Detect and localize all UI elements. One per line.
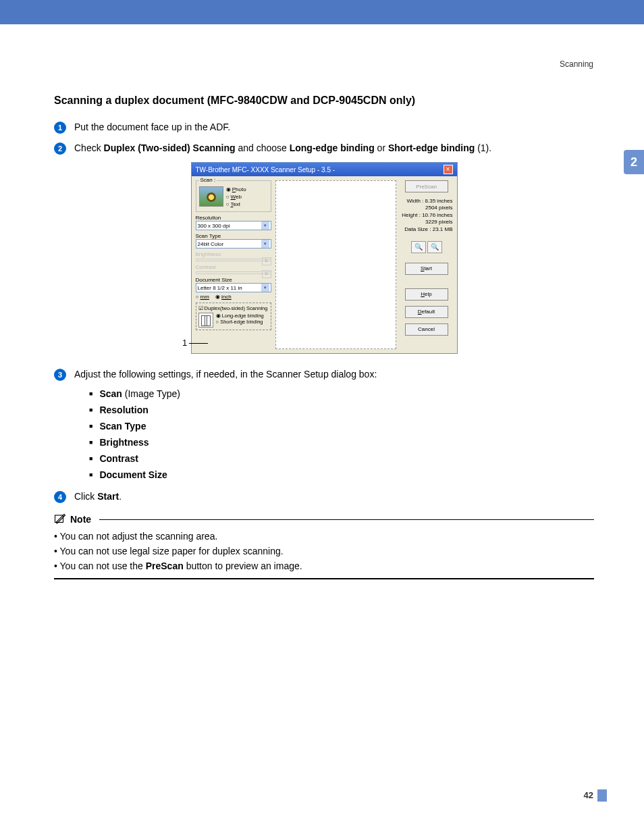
brightness-label: Brightness xyxy=(196,251,271,257)
bold: Start xyxy=(97,491,119,502)
short-edge-radio[interactable]: ○ Short-edge binding xyxy=(216,319,264,325)
text: Check xyxy=(74,142,104,153)
note-pencil-icon xyxy=(54,513,66,525)
page-number: 42 xyxy=(584,790,593,800)
close-icon[interactable]: × xyxy=(444,165,453,174)
step-1: 1 Put the document face up in the ADF. xyxy=(54,120,594,134)
step-badge: 4 xyxy=(54,491,66,503)
list-item: Resolution xyxy=(89,405,594,415)
list-item: Document Size xyxy=(89,469,594,480)
default-button[interactable]: DefaultDefault xyxy=(405,306,448,318)
step-2-text: Check Duplex (Two-sided) Scanning and ch… xyxy=(74,141,491,155)
step-2: 2 Check Duplex (Two-sided) Scanning and … xyxy=(54,141,594,155)
step-badge: 1 xyxy=(54,122,66,134)
list-item: Scan (Image Type) xyxy=(89,388,594,399)
step-4: 4 Click Start. xyxy=(54,490,594,504)
contrast-label: Contrast xyxy=(196,264,271,270)
list-item: Contrast xyxy=(89,453,594,464)
cancel-button[interactable]: Cancel xyxy=(405,323,448,336)
note-rule xyxy=(99,519,594,520)
docsize-combo[interactable]: Letter 8 1/2 x 11 in▾ xyxy=(196,283,271,292)
note-item: • You can not use legal size paper for d… xyxy=(54,546,594,556)
step-badge: 3 xyxy=(54,369,66,381)
duplex-checkbox[interactable]: ☑ Duplex(two-sided) Scanning xyxy=(198,305,268,311)
note-bottom-rule xyxy=(54,578,594,579)
note-block: Note • You can not adjust the scanning a… xyxy=(54,513,594,579)
unit-inch-radio[interactable]: ◉ inch xyxy=(215,294,232,300)
scantype-combo[interactable]: 24bit Color▾ xyxy=(196,239,271,249)
preview-area xyxy=(275,180,396,349)
start-button[interactable]: StartStart xyxy=(405,263,448,275)
resolution-label: Resolution xyxy=(196,215,271,221)
step-badge: 2 xyxy=(54,142,66,155)
text: Click xyxy=(74,491,97,502)
text: (1). xyxy=(475,142,491,153)
step-1-text: Put the document face up in the ADF. xyxy=(74,120,230,134)
list-item: Brightness xyxy=(89,437,594,448)
step-4-text: Click Start. xyxy=(74,490,122,504)
step-3-text: Adjust the following settings, if needed… xyxy=(74,367,377,382)
radio-text[interactable]: ○ TextText xyxy=(226,201,246,207)
page-accent xyxy=(597,789,607,802)
scantype-label: Scan Type xyxy=(196,233,271,239)
scan-thumbnail xyxy=(199,186,223,207)
zoom-in-icon[interactable]: 🔍 xyxy=(411,241,426,253)
step-3: 3 Adjust the following settings, if need… xyxy=(54,367,594,382)
note-item: • You can not use the PreScan button to … xyxy=(54,561,594,571)
text: and choose xyxy=(236,142,290,153)
chevron-down-icon: ▾ xyxy=(261,284,269,292)
help-button[interactable]: HelpHelp xyxy=(405,288,448,301)
resolution-combo[interactable]: 300 x 300 dpi▾ xyxy=(196,221,271,230)
document-top-bar xyxy=(0,0,644,24)
radio-photo[interactable]: ◉ PPhotohoto xyxy=(226,186,246,192)
duplex-icon xyxy=(198,313,213,328)
note-item: • You can not adjust the scanning area. xyxy=(54,531,594,542)
section-title: Scanning a duplex document (MFC-9840CDW … xyxy=(54,95,594,107)
zoom-out-icon[interactable]: 🔍 xyxy=(427,241,442,253)
duplex-group: ☑ Duplex(two-sided) Scanning ◉ Long-edge… xyxy=(196,303,271,330)
scanner-setup-dialog: TW-Brother MFC- XXXX Scanner Setup - 3.5… xyxy=(191,162,458,354)
dialog-title-text: TW-Brother MFC- XXXX Scanner Setup - 3.5… xyxy=(196,166,336,174)
docsize-label: Document Size xyxy=(196,277,271,283)
combo-value: Letter 8 1/2 x 11 in xyxy=(198,285,242,291)
callout-1: 1 xyxy=(182,338,187,348)
list-item: Scan Type xyxy=(89,421,594,432)
combo-value: 300 x 300 dpi xyxy=(198,223,230,229)
text: . xyxy=(119,491,122,502)
radio-web[interactable]: ○ WebWeb xyxy=(226,194,246,200)
figure-scanner-dialog: 1 TW-Brother MFC- XXXX Scanner Setup - 3… xyxy=(54,162,594,354)
text: or xyxy=(375,142,388,153)
bold: Short-edge binding xyxy=(388,142,475,153)
chapter-tab: 2 xyxy=(624,150,644,174)
scan-group-label: Scan : xyxy=(199,177,217,183)
unit-mm-radio[interactable]: ○ mm xyxy=(196,294,209,300)
prescan-button[interactable]: PreScan xyxy=(405,180,448,192)
brightness-slider[interactable] xyxy=(196,259,271,261)
scan-group: Scan : ◉ PPhotohoto ○ WebWeb ○ TextText xyxy=(196,180,271,212)
contrast-slider[interactable] xyxy=(196,271,271,274)
settings-sublist: Scan (Image Type) Resolution Scan Type B… xyxy=(89,388,594,480)
scan-info: Width : 8.35 inches 2504 pixels Height :… xyxy=(400,198,453,233)
chevron-down-icon: ▾ xyxy=(261,221,269,230)
bold: Duplex (Two-sided) Scanning xyxy=(104,142,236,153)
bold: Long-edge binding xyxy=(290,142,375,153)
combo-value: 24bit Color xyxy=(198,241,224,247)
callout-line xyxy=(189,343,208,344)
note-title: Note xyxy=(70,514,91,525)
chevron-down-icon: ▾ xyxy=(261,240,269,248)
running-header: Scanning xyxy=(560,59,593,69)
long-edge-radio[interactable]: ◉ Long-edge binding xyxy=(216,313,264,319)
dialog-titlebar: TW-Brother MFC- XXXX Scanner Setup - 3.5… xyxy=(192,163,457,176)
